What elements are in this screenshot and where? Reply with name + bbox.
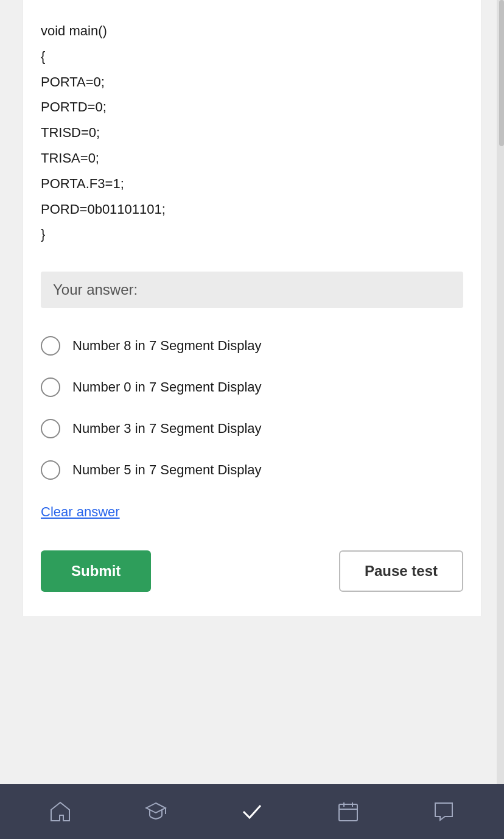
- code-line-4: PORTD=0;: [41, 94, 463, 120]
- code-line-7: PORTA.F3=1;: [41, 171, 463, 197]
- options-list: Number 8 in 7 Segment Display Number 0 i…: [41, 326, 463, 490]
- checkmark-icon: [241, 801, 263, 823]
- buttons-row: Submit Pause test: [41, 550, 463, 592]
- code-line-2: {: [41, 44, 463, 69]
- code-line-1: void main(): [41, 18, 463, 44]
- nav-calendar[interactable]: [337, 801, 359, 823]
- code-line-9: }: [41, 222, 463, 247]
- list-item[interactable]: Number 5 in 7 Segment Display: [41, 451, 463, 490]
- list-item[interactable]: Number 3 in 7 Segment Display: [41, 409, 463, 448]
- code-line-8: PORD=0b01101101;: [41, 197, 463, 222]
- nav-learn[interactable]: [145, 801, 167, 823]
- list-item[interactable]: Number 8 in 7 Segment Display: [41, 326, 463, 365]
- scrollbar-thumb[interactable]: [499, 0, 504, 146]
- radio-option-2[interactable]: [41, 377, 60, 397]
- answer-section: Your answer: Number 8 in 7 Segment Displ…: [41, 272, 463, 592]
- bottom-nav: [0, 784, 504, 839]
- clear-answer-link[interactable]: Clear answer: [41, 504, 120, 520]
- option-label-3: Number 3 in 7 Segment Display: [72, 421, 262, 437]
- scrollbar-track[interactable]: [497, 0, 504, 784]
- svg-rect-2: [339, 804, 357, 821]
- calendar-icon: [337, 801, 359, 823]
- radio-option-4[interactable]: [41, 460, 60, 480]
- home-icon: [49, 801, 71, 823]
- list-item[interactable]: Number 0 in 7 Segment Display: [41, 368, 463, 407]
- code-block: void main() { PORTA=0; PORTD=0; TRISD=0;…: [41, 18, 463, 247]
- answer-header: Your answer:: [41, 272, 463, 308]
- graduation-icon: [145, 801, 167, 823]
- chat-icon: [433, 801, 455, 823]
- svg-marker-0: [146, 803, 166, 813]
- nav-home[interactable]: [49, 801, 71, 823]
- code-line-6: TRISA=0;: [41, 146, 463, 171]
- radio-option-1[interactable]: [41, 336, 60, 356]
- pause-test-button[interactable]: Pause test: [339, 550, 463, 592]
- submit-button[interactable]: Submit: [41, 550, 151, 592]
- radio-option-3[interactable]: [41, 419, 60, 438]
- option-label-1: Number 8 in 7 Segment Display: [72, 338, 262, 354]
- option-label-2: Number 0 in 7 Segment Display: [72, 379, 262, 395]
- option-label-4: Number 5 in 7 Segment Display: [72, 462, 262, 478]
- nav-chat[interactable]: [433, 801, 455, 823]
- code-line-5: TRISD=0;: [41, 120, 463, 146]
- nav-check[interactable]: [241, 801, 263, 823]
- code-line-3: PORTA=0;: [41, 69, 463, 95]
